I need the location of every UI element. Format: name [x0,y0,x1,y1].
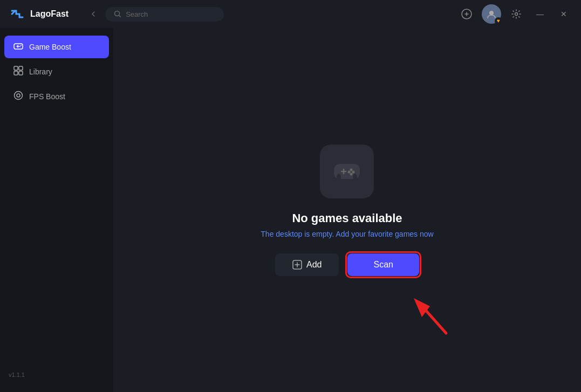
logo-icon [9,5,26,23]
logo-text: LagoFast [30,9,69,19]
svg-point-16 [352,170,355,173]
back-button[interactable] [86,6,101,22]
svg-point-13 [17,94,20,97]
sidebar-game-boost-label: Game Boost [29,43,71,51]
sidebar-library-label: Library [29,67,52,76]
svg-point-19 [337,174,341,180]
svg-point-4 [515,13,518,16]
version-text: v1.1.1 [9,372,25,378]
sidebar: Game Boost Library FPS Boost [0,28,113,392]
user-avatar[interactable] [482,4,501,24]
settings-icon[interactable] [508,5,525,23]
titlebar-left: LagoFast Search [9,5,224,23]
svg-point-18 [350,173,353,175]
titlebar: LagoFast Search [0,0,581,28]
svg-point-20 [353,174,357,180]
sidebar-bottom: v1.1.1 [0,363,113,386]
fps-boost-icon [13,91,24,102]
sidebar-item-game-boost[interactable]: Game Boost [4,36,109,58]
sidebar-item-library[interactable]: Library [4,60,109,83]
main-content: No games available The desktop is empty.… [113,28,581,392]
search-icon [114,10,121,18]
game-controller-icon[interactable] [458,5,475,23]
sidebar-fps-boost-label: FPS Boost [29,92,65,101]
minimize-button[interactable]: — [531,5,549,23]
svg-rect-8 [14,66,18,70]
svg-point-12 [15,92,23,100]
svg-rect-9 [19,66,23,70]
search-bar[interactable]: Search [105,7,224,22]
game-boost-icon [13,41,24,53]
action-buttons: Add Scan [275,253,419,276]
add-label: Add [306,260,322,270]
logo: LagoFast [9,5,69,23]
sidebar-item-fps-boost[interactable]: FPS Boost [4,85,109,108]
svg-point-17 [348,170,351,173]
close-button[interactable]: ✕ [555,5,572,23]
add-icon [292,260,302,270]
svg-rect-10 [14,71,18,75]
game-icon-wrapper [320,145,374,198]
empty-state: No games available The desktop is empty.… [261,145,433,276]
empty-title: No games available [292,211,402,225]
titlebar-nav: Search [86,6,224,22]
arrow-annotation [408,287,452,338]
library-icon [13,66,24,78]
svg-point-7 [20,45,22,46]
scan-label: Scan [373,260,393,270]
scan-button[interactable]: Scan [347,253,419,276]
svg-rect-11 [19,71,23,75]
search-placeholder: Search [126,10,148,18]
minimize-label: — [536,10,544,18]
empty-subtitle: The desktop is empty. Add your favorite … [261,230,433,238]
svg-point-15 [350,168,353,171]
app-body: Game Boost Library FPS Boost [0,28,581,392]
add-button[interactable]: Add [275,253,339,276]
close-label: ✕ [561,10,567,18]
svg-point-3 [489,11,494,15]
gamepad-illustration [332,156,362,187]
svg-point-6 [19,46,20,47]
titlebar-right: — ✕ [458,4,572,24]
